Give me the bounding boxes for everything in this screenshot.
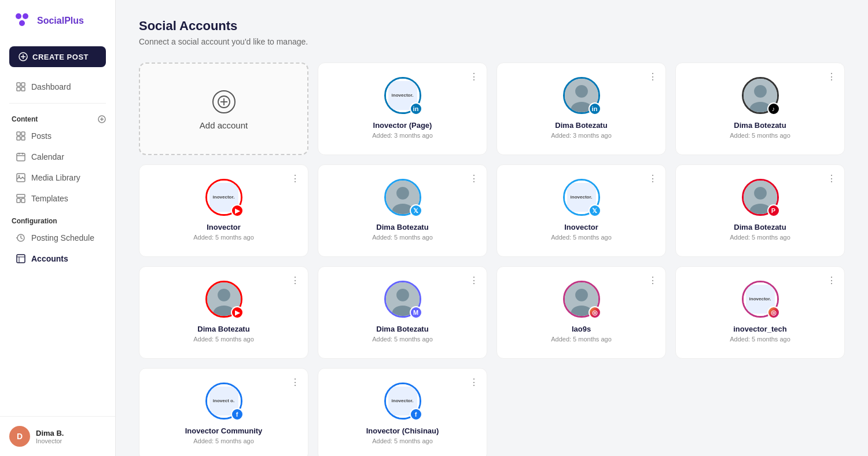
account-avatar-wrap: P xyxy=(742,179,779,216)
sidebar: SocialPlus CREATE POST Dashboard Content xyxy=(0,0,116,456)
account-name: Iao9s xyxy=(572,325,591,333)
plus-circle-icon xyxy=(19,52,28,61)
card-menu-button[interactable]: ⋮ xyxy=(646,69,660,84)
account-name: Inovector xyxy=(207,223,241,231)
svg-point-2 xyxy=(19,20,25,26)
account-added-time: Added: 5 months ago xyxy=(730,336,790,343)
account-name: Inovector (Page) xyxy=(373,121,432,130)
account-avatar-wrap: inovector. in xyxy=(384,77,421,114)
page-subtitle: Connect a social account you'd like to m… xyxy=(139,37,845,46)
media-library-label: Media Library xyxy=(31,173,80,182)
social-badge-pinterest: P xyxy=(767,204,780,217)
sidebar-item-calendar[interactable]: Calendar xyxy=(5,146,111,167)
accounts-icon xyxy=(16,254,25,263)
svg-rect-17 xyxy=(17,153,25,161)
account-added-time: Added: 3 months ago xyxy=(372,132,433,139)
svg-rect-13 xyxy=(17,132,20,135)
account-name: Inovector Community xyxy=(185,426,263,435)
card-menu-button[interactable]: ⋮ xyxy=(467,374,481,390)
user-company: Inovector xyxy=(36,437,64,444)
svg-point-38 xyxy=(754,85,767,98)
accounts-grid: Add account ⋮ inovector. in Inovector (P… xyxy=(139,62,845,456)
account-added-time: Added: 3 months ago xyxy=(551,132,612,139)
account-avatar-wrap: inovector. 𝕏 xyxy=(563,179,600,216)
media-icon xyxy=(16,173,25,182)
account-added-time: Added: 5 months ago xyxy=(193,234,254,241)
templates-label: Templates xyxy=(31,194,68,203)
account-card[interactable]: Add account xyxy=(139,62,308,155)
svg-point-53 xyxy=(575,289,588,301)
user-profile-area[interactable]: D Dima B. Inovector xyxy=(0,416,115,456)
social-badge-youtube: ▶ xyxy=(231,306,244,319)
account-card: ⋮ inovector. in Inovector (Page) Added: … xyxy=(318,62,487,155)
card-menu-button[interactable]: ⋮ xyxy=(825,273,838,288)
account-avatar-wrap: 𝕏 xyxy=(384,179,421,216)
logo-area: SocialPlus xyxy=(0,0,115,42)
svg-rect-16 xyxy=(21,137,25,140)
posting-schedule-label: Posting Schedule xyxy=(31,233,94,242)
sidebar-item-posting-schedule[interactable]: Posting Schedule xyxy=(5,227,111,248)
account-added-time: Added: 5 months ago xyxy=(551,336,612,343)
app-name: SocialPlus xyxy=(37,16,84,26)
account-added-time: Added: 5 months ago xyxy=(193,437,254,444)
add-account-icon xyxy=(212,90,236,113)
card-menu-button[interactable]: ⋮ xyxy=(825,69,838,84)
account-name: Inovector xyxy=(564,223,598,231)
sidebar-item-posts[interactable]: Posts xyxy=(5,126,111,146)
sidebar-item-templates[interactable]: Templates xyxy=(5,188,111,209)
templates-icon xyxy=(16,194,25,203)
social-badge-linkedin: in xyxy=(589,102,601,115)
calendar-icon xyxy=(16,152,25,161)
card-menu-button[interactable]: ⋮ xyxy=(467,273,481,288)
card-menu-button[interactable]: ⋮ xyxy=(467,69,481,84)
svg-rect-23 xyxy=(17,194,25,197)
account-avatar-wrap: ▶ xyxy=(205,281,242,318)
card-menu-button[interactable]: ⋮ xyxy=(646,171,660,186)
social-badge-facebook: f xyxy=(410,408,422,421)
create-post-label: CREATE POST xyxy=(32,53,89,61)
account-card: ⋮ in Dima Botezatu Added: 3 months ago xyxy=(496,62,666,155)
account-added-time: Added: 5 months ago xyxy=(372,336,433,343)
card-menu-button[interactable]: ⋮ xyxy=(288,273,302,288)
accounts-label: Accounts xyxy=(31,254,68,263)
account-card: ⋮ inovector. f Inovector (Chisinau) Adde… xyxy=(318,368,487,456)
dashboard-icon xyxy=(16,82,25,91)
account-card: ⋮ 𝕏 Dima Botezatu Added: 5 months ago xyxy=(318,164,487,257)
user-name: Dima B. xyxy=(36,429,64,437)
sidebar-item-media-library[interactable]: Media Library xyxy=(5,167,111,188)
account-name: Dima Botezatu xyxy=(555,121,607,130)
svg-point-44 xyxy=(754,187,767,200)
account-avatar-wrap: M xyxy=(384,281,421,318)
card-menu-button[interactable]: ⋮ xyxy=(288,171,302,186)
card-menu-button[interactable]: ⋮ xyxy=(467,171,481,186)
schedule-icon xyxy=(16,233,25,242)
account-added-time: Added: 5 months ago xyxy=(372,234,433,241)
svg-rect-9 xyxy=(21,87,25,91)
account-avatar-wrap: inovector. ▶ xyxy=(205,179,242,216)
social-badge-tiktok: ♪ xyxy=(767,102,780,115)
account-card: ⋮ M Dima Botezatu Added: 5 months ago xyxy=(318,266,487,359)
create-post-button[interactable]: CREATE POST xyxy=(9,46,106,67)
account-card: ⋮ P Dima Botezatu Added: 5 months ago xyxy=(675,164,845,257)
account-avatar-wrap: in xyxy=(563,77,600,114)
add-content-icon[interactable] xyxy=(98,115,106,123)
account-name: Dima Botezatu xyxy=(197,325,249,333)
dashboard-label: Dashboard xyxy=(31,82,71,91)
social-badge-twitter: 𝕏 xyxy=(589,204,601,217)
social-badge-instagram: ◎ xyxy=(767,306,780,319)
account-avatar-wrap: inovector. f xyxy=(384,383,421,420)
card-menu-button[interactable]: ⋮ xyxy=(288,374,302,390)
social-badge-facebook: f xyxy=(231,408,244,421)
svg-rect-15 xyxy=(17,137,20,140)
social-badge-youtube: ▶ xyxy=(231,204,244,217)
account-name: Dima Botezatu xyxy=(734,121,786,130)
sidebar-item-dashboard[interactable]: Dashboard xyxy=(5,76,111,97)
account-name: Dima Botezatu xyxy=(376,325,428,333)
svg-point-41 xyxy=(396,187,409,200)
card-menu-button[interactable]: ⋮ xyxy=(646,273,660,288)
social-badge-instagram: ◎ xyxy=(589,306,601,319)
calendar-label: Calendar xyxy=(31,152,64,161)
card-menu-button[interactable]: ⋮ xyxy=(825,171,838,186)
account-added-time: Added: 5 months ago xyxy=(730,234,790,241)
sidebar-item-accounts[interactable]: Accounts xyxy=(5,248,111,269)
